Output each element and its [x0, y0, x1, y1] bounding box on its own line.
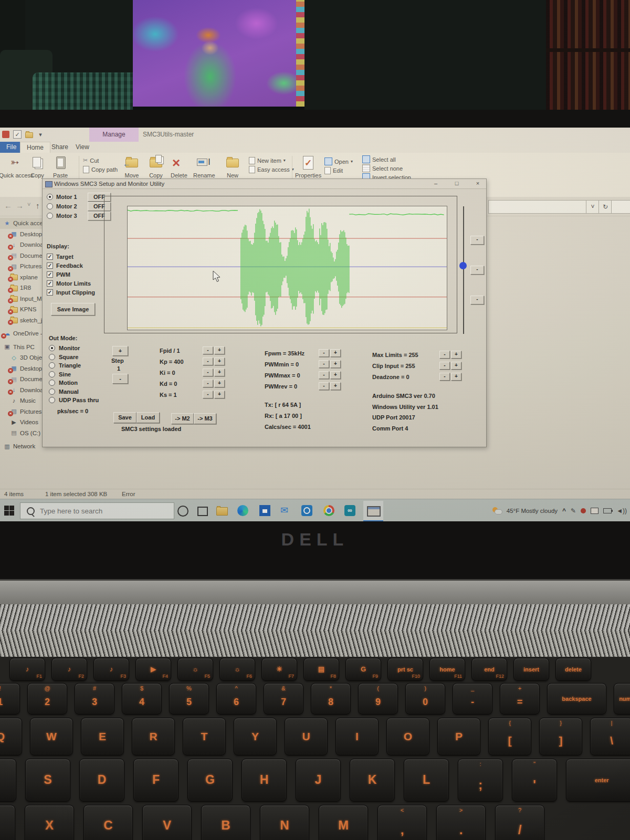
sidebar-item-downloads[interactable]: ↓×Downloads	[0, 385, 43, 396]
pid-param-plus-button[interactable]: +	[214, 346, 225, 354]
task-view-icon[interactable]	[197, 507, 208, 516]
arduino-icon[interactable]: ∞	[344, 505, 355, 516]
out-mode-radio[interactable]	[49, 388, 55, 395]
copy-path-button[interactable]: Copy path	[83, 165, 118, 174]
pwm-param-plus-button[interactable]: +	[330, 371, 341, 379]
move-to-button[interactable]: ← Move	[124, 155, 140, 178]
pid-param-minus-button[interactable]: -	[203, 358, 213, 365]
edit-button[interactable]: Edit	[324, 166, 353, 175]
properties-button[interactable]: Properties	[295, 155, 321, 178]
limit-param-plus-button[interactable]: +	[451, 351, 461, 359]
copy-button[interactable]: Copy	[29, 155, 45, 178]
sidebar-item-quick-access[interactable]: ★Quick access	[0, 218, 43, 229]
pwm-param-plus-button[interactable]: +	[330, 349, 341, 357]
checkbox[interactable]: ✓	[47, 289, 53, 296]
close-button[interactable]: ×	[473, 180, 482, 187]
up-button[interactable]: ↑	[36, 201, 40, 210]
scope-minus-button-bottom[interactable]: -	[470, 296, 484, 304]
load-button[interactable]: Load	[136, 412, 160, 423]
out-mode-radio[interactable]	[49, 354, 55, 360]
search-input[interactable]	[39, 507, 156, 516]
weather-text[interactable]: 45°F Mostly cloudy	[507, 508, 558, 514]
to-m3-button[interactable]: -> M3	[194, 413, 216, 424]
sidebar-item-desktop[interactable]: ▦×Desktop	[0, 363, 43, 374]
refresh-icon[interactable]: ↻	[598, 200, 612, 214]
smc3-taskbar-icon[interactable]	[367, 506, 381, 517]
easy-access-button[interactable]: Easy access▾	[249, 165, 294, 174]
sidebar-item-pictures[interactable]: ▨×Pictures	[0, 261, 43, 272]
sidebar-item-videos[interactable]: ▶Videos	[0, 417, 43, 428]
pid-param-plus-button[interactable]: +	[214, 369, 225, 376]
edge-icon[interactable]	[237, 505, 248, 516]
save-image-button[interactable]: Save Image	[51, 303, 95, 316]
pid-param-minus-button[interactable]: -	[203, 380, 213, 387]
sidebar-item-pictures[interactable]: ▨×Pictures	[0, 406, 43, 417]
forward-button[interactable]: →	[16, 201, 24, 210]
pwm-param-minus-button[interactable]: -	[319, 360, 329, 368]
address-bar[interactable]	[488, 200, 587, 214]
motor-3-radio[interactable]	[47, 213, 53, 219]
limit-param-minus-button[interactable]: -	[439, 362, 450, 370]
mail-icon[interactable]: ✉	[280, 505, 293, 517]
chrome-icon[interactable]	[323, 505, 334, 516]
pwm-param-plus-button[interactable]: +	[330, 382, 341, 390]
pid-param-plus-button[interactable]: +	[214, 358, 225, 365]
to-m2-button[interactable]: -> M2	[171, 413, 194, 424]
out-mode-radio[interactable]	[49, 345, 55, 351]
sidebar-item-1r8[interactable]: ×1R8	[0, 282, 43, 293]
sidebar-item-network[interactable]: ▥Network	[0, 441, 43, 452]
pwm-param-minus-button[interactable]: -	[319, 349, 329, 357]
checkbox[interactable]: ✓	[47, 280, 53, 287]
limit-param-minus-button[interactable]: -	[439, 373, 450, 381]
out-mode-radio[interactable]	[49, 397, 55, 403]
volume-icon[interactable]: ◄))	[616, 507, 627, 514]
pwm-param-minus-button[interactable]: -	[319, 371, 329, 379]
paste-button[interactable]: Paste	[52, 155, 68, 178]
sidebar-item-os-c-[interactable]: ▤OS (C:)	[0, 428, 43, 439]
limit-param-minus-button[interactable]: -	[439, 351, 450, 359]
new-item-button[interactable]: New item▾	[249, 156, 294, 165]
motor-1-radio[interactable]	[47, 194, 53, 200]
back-button[interactable]: ←	[4, 201, 12, 210]
maximize-button[interactable]: □	[452, 180, 461, 187]
scope-minus-button-top[interactable]: -	[470, 236, 484, 245]
address-dropdown-icon[interactable]: ˅	[586, 200, 600, 214]
pid-param-minus-button[interactable]: -	[203, 369, 213, 376]
limit-param-plus-button[interactable]: +	[451, 362, 461, 370]
cut-button[interactable]: ✂Cut	[83, 156, 118, 165]
tab-file[interactable]: File	[0, 142, 23, 153]
step-plus-button[interactable]: +	[112, 346, 128, 356]
qat-dropdown-icon[interactable]: ▾	[37, 131, 44, 138]
out-mode-radio[interactable]	[49, 380, 55, 386]
out-mode-radio[interactable]	[49, 362, 55, 369]
pwm-param-plus-button[interactable]: +	[330, 360, 341, 368]
pin-to-quick-access-button[interactable]: ➳ to Quick access	[0, 155, 34, 178]
skype-icon[interactable]	[301, 505, 312, 516]
pid-param-minus-button[interactable]: -	[203, 391, 213, 398]
tray-chevron-icon[interactable]: ^	[562, 507, 566, 514]
taskbar-search[interactable]	[20, 502, 174, 519]
recent-locations-icon[interactable]: ˅	[27, 201, 30, 207]
sidebar-item-documents[interactable]: ▤×Documents	[0, 250, 43, 261]
sidebar-item-downloads[interactable]: ↓×Downloads	[0, 239, 43, 250]
save-button[interactable]: Save	[113, 412, 136, 423]
limit-param-plus-button[interactable]: +	[451, 373, 461, 381]
sidebar-item-3d-objects[interactable]: ◇3D Objects	[0, 352, 43, 363]
checkbox[interactable]: ✓	[47, 271, 53, 278]
sidebar-item-music[interactable]: ♪Music	[0, 395, 43, 406]
out-mode-radio[interactable]	[49, 371, 55, 377]
pid-param-plus-button[interactable]: +	[214, 391, 225, 398]
select-all-button[interactable]: Select all	[362, 155, 411, 164]
tray-display-icon[interactable]	[591, 508, 598, 514]
copy-to-button[interactable]: Copy	[148, 155, 164, 178]
pen-icon[interactable]: ✎	[571, 507, 576, 514]
file-explorer-icon[interactable]	[216, 506, 229, 519]
tab-view[interactable]: View	[69, 142, 96, 153]
motor-2-radio[interactable]	[47, 203, 53, 209]
start-button[interactable]	[4, 506, 14, 516]
explorer-search-box[interactable]	[611, 200, 630, 214]
sidebar-item-sketch-jar[interactable]: ×sketch_jar	[0, 315, 43, 326]
sidebar-item-kpns[interactable]: ×KPNS	[0, 304, 43, 315]
scope-slider-handle[interactable]	[459, 262, 467, 269]
checkbox[interactable]: ✓	[47, 254, 53, 260]
